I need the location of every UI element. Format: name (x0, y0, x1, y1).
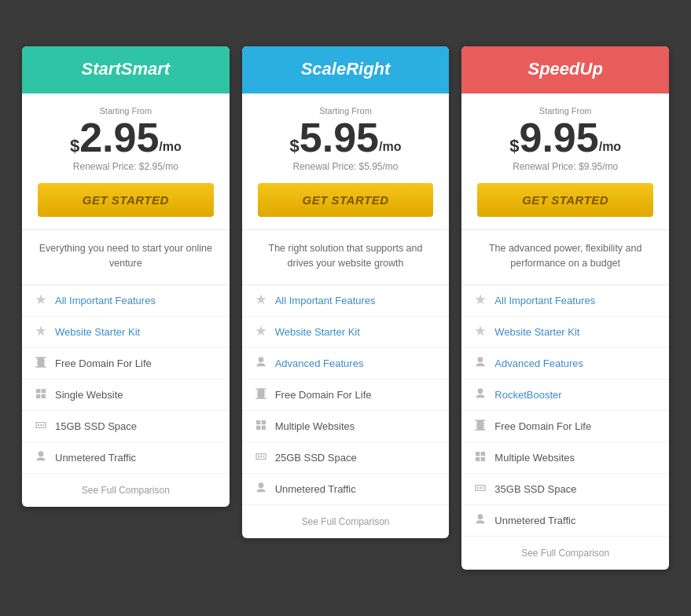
feature-icon-star-startsmart-1 (35, 324, 47, 339)
plan-card-scaleright: ScaleRightStarting From$5.95/moRenewal P… (242, 46, 450, 538)
plan-price-section-speedup: Starting From$9.95/moRenewal Price: $9.9… (461, 94, 669, 230)
feature-item-speedup-4: Free Domain For Life (461, 411, 669, 442)
feature-item-speedup-2[interactable]: Advanced Features (461, 348, 669, 380)
feature-item-scaleright-4: Multiple Websites (242, 411, 450, 442)
feature-text-scaleright-1: Website Starter Kit (275, 326, 360, 338)
feature-text-startsmart-3: Single Website (55, 389, 123, 401)
price-dollar-speedup: $ (509, 138, 519, 155)
price-dollar-scaleright: $ (290, 138, 300, 155)
feature-item-startsmart-2: Free Domain For Life (22, 348, 230, 380)
feature-text-speedup-3: RocketBooster (494, 389, 561, 401)
feature-icon-user-scaleright-2 (255, 356, 267, 371)
price-mo-speedup: /mo (599, 141, 621, 153)
plan-description-startsmart: Everything you need to start your online… (22, 230, 230, 285)
feature-item-scaleright-0[interactable]: All Important Features (242, 285, 450, 317)
feature-item-startsmart-5: Unmetered Traffic (22, 442, 230, 474)
feature-text-startsmart-4: 15GB SSD Space (55, 420, 137, 432)
plan-header-speedup: SpeedUp (461, 46, 669, 94)
feature-icon-domain-speedup-4 (474, 419, 487, 434)
plan-header-startsmart: StartSmart (22, 46, 230, 94)
feature-text-speedup-2: Advanced Features (494, 358, 583, 369)
get-started-button-speedup[interactable]: GET STARTED (477, 183, 653, 217)
feature-icon-star-startsmart-0 (35, 293, 47, 308)
feature-item-startsmart-3: Single Website (22, 380, 230, 411)
feature-item-speedup-5: Multiple Websites (461, 442, 669, 474)
feature-item-scaleright-1[interactable]: Website Starter Kit (242, 317, 450, 348)
plan-name-startsmart: StartSmart (38, 59, 214, 79)
feature-item-scaleright-6: Unmetered Traffic (242, 474, 450, 505)
feature-icon-user-speedup-3 (474, 387, 487, 402)
plan-price-section-startsmart: Starting From$2.95/moRenewal Price: $2.9… (22, 94, 230, 230)
feature-text-speedup-7: Unmetered Traffic (494, 515, 575, 526)
feature-item-scaleright-5: 25GB SSD Space (242, 442, 450, 474)
plan-card-speedup: SpeedUpStarting From$9.95/moRenewal Pric… (461, 46, 669, 570)
see-comparison-scaleright[interactable]: See Full Comparison (242, 505, 450, 538)
feature-item-startsmart-0[interactable]: All Important Features (22, 285, 230, 317)
feature-item-scaleright-3: Free Domain For Life (242, 380, 450, 411)
features-list-startsmart: All Important FeaturesWebsite Starter Ki… (22, 285, 230, 474)
plan-name-scaleright: ScaleRight (258, 59, 434, 79)
feature-text-startsmart-5: Unmetered Traffic (55, 452, 136, 464)
features-list-scaleright: All Important FeaturesWebsite Starter Ki… (242, 285, 450, 505)
renewal-price-startsmart: Renewal Price: $2.95/mo (38, 161, 214, 172)
get-started-button-scaleright[interactable]: GET STARTED (258, 183, 434, 217)
plan-description-scaleright: The right solution that supports and dri… (242, 230, 450, 285)
feature-icon-website-startsmart-3 (35, 387, 47, 402)
price-amount-scaleright: 5.95 (300, 117, 379, 158)
feature-text-scaleright-2: Advanced Features (275, 358, 364, 369)
price-mo-startsmart: /mo (159, 141, 181, 153)
feature-text-startsmart-1: Website Starter Kit (55, 326, 140, 338)
plan-header-scaleright: ScaleRight (242, 46, 450, 94)
feature-text-speedup-5: Multiple Websites (494, 452, 575, 464)
feature-icon-traffic-startsmart-5 (35, 450, 47, 465)
feature-item-startsmart-1[interactable]: Website Starter Kit (22, 317, 230, 348)
price-row-startsmart: $2.95/mo (38, 117, 214, 158)
feature-item-speedup-7: Unmetered Traffic (461, 505, 669, 537)
feature-text-scaleright-3: Free Domain For Life (275, 389, 372, 401)
price-mo-scaleright: /mo (379, 141, 401, 153)
feature-item-startsmart-4: 15GB SSD Space (22, 411, 230, 442)
feature-icon-ssd-scaleright-5 (255, 450, 267, 465)
see-comparison-speedup[interactable]: See Full Comparison (461, 537, 669, 570)
feature-icon-website-speedup-5 (474, 450, 487, 465)
feature-item-speedup-3[interactable]: RocketBooster (461, 380, 669, 411)
renewal-price-speedup: Renewal Price: $9.95/mo (477, 161, 653, 172)
feature-item-speedup-0[interactable]: All Important Features (461, 285, 669, 317)
price-dollar-startsmart: $ (70, 138, 79, 155)
feature-icon-user-speedup-2 (474, 356, 487, 371)
feature-icon-star-scaleright-1 (255, 324, 267, 339)
plan-price-section-scaleright: Starting From$5.95/moRenewal Price: $5.9… (242, 94, 450, 230)
feature-icon-domain-startsmart-2 (35, 356, 47, 371)
see-comparison-startsmart[interactable]: See Full Comparison (22, 474, 230, 507)
price-amount-speedup: 9.95 (519, 117, 598, 158)
renewal-price-scaleright: Renewal Price: $5.95/mo (258, 161, 434, 172)
pricing-container: StartSmartStarting From$2.95/moRenewal P… (0, 23, 691, 593)
feature-icon-star-speedup-0 (474, 293, 487, 308)
feature-item-speedup-6: 35GB SSD Space (461, 474, 669, 505)
price-amount-startsmart: 2.95 (79, 117, 159, 158)
feature-text-scaleright-0: All Important Features (275, 295, 376, 306)
get-started-button-startsmart[interactable]: GET STARTED (38, 183, 214, 217)
plan-card-startsmart: StartSmartStarting From$2.95/moRenewal P… (22, 46, 230, 507)
plan-name-speedup: SpeedUp (477, 59, 653, 79)
feature-text-startsmart-2: Free Domain For Life (55, 358, 152, 369)
plan-description-speedup: The advanced power, flexibility and perf… (461, 230, 669, 285)
feature-text-speedup-1: Website Starter Kit (494, 326, 579, 338)
feature-item-speedup-1[interactable]: Website Starter Kit (461, 317, 669, 348)
feature-item-scaleright-2[interactable]: Advanced Features (242, 348, 450, 380)
feature-text-scaleright-5: 25GB SSD Space (275, 452, 357, 464)
feature-text-speedup-4: Free Domain For Life (494, 420, 591, 432)
feature-icon-website-scaleright-4 (255, 419, 267, 434)
feature-text-speedup-6: 35GB SSD Space (494, 483, 576, 495)
feature-icon-traffic-speedup-7 (474, 513, 487, 528)
feature-icon-star-speedup-1 (474, 324, 487, 339)
features-list-speedup: All Important FeaturesWebsite Starter Ki… (461, 285, 669, 537)
feature-icon-domain-scaleright-3 (255, 387, 267, 402)
price-row-speedup: $9.95/mo (477, 117, 653, 158)
feature-icon-star-scaleright-0 (255, 293, 267, 308)
feature-text-startsmart-0: All Important Features (55, 295, 156, 306)
feature-text-scaleright-4: Multiple Websites (275, 420, 355, 432)
feature-icon-ssd-startsmart-4 (35, 419, 47, 434)
feature-icon-traffic-scaleright-6 (255, 482, 267, 497)
price-row-scaleright: $5.95/mo (258, 117, 434, 158)
